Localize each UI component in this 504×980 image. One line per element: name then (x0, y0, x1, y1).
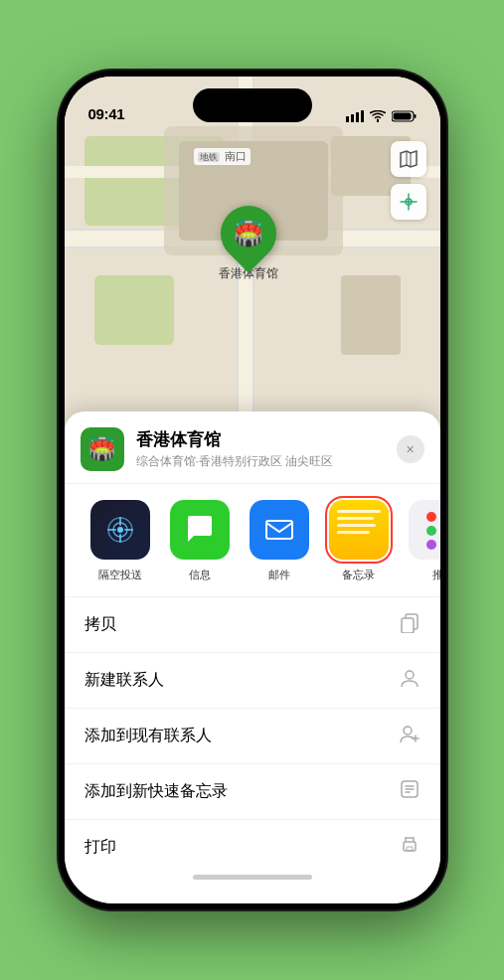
airdrop-label: 隔空投送 (98, 568, 142, 582)
share-item-notes[interactable]: 备忘录 (319, 498, 399, 582)
dynamic-island (193, 88, 312, 122)
battery-icon (392, 110, 417, 122)
messages-label: 信息 (189, 568, 211, 582)
home-indicator-area (65, 875, 440, 884)
location-button[interactable] (391, 184, 426, 220)
status-icons (346, 110, 417, 122)
new-contact-icon (399, 667, 420, 694)
menu-item-print[interactable]: 打印 (65, 820, 440, 875)
add-note-icon (399, 778, 420, 805)
copy-icon (399, 611, 420, 638)
wifi-icon (370, 110, 386, 122)
phone-screen: 09:41 (65, 77, 440, 903)
venue-info: 香港体育馆 综合体育馆·香港特别行政区 油尖旺区 (136, 428, 397, 470)
home-indicator (193, 875, 312, 880)
share-item-mail[interactable]: 邮件 (240, 498, 319, 582)
svg-rect-12 (266, 521, 292, 539)
svg-rect-3 (361, 110, 364, 122)
signal-icon (346, 110, 364, 122)
notes-label: 备忘录 (342, 568, 375, 582)
close-button[interactable]: × (397, 435, 424, 463)
svg-rect-0 (346, 116, 349, 122)
svg-point-11 (117, 527, 123, 533)
map-label-nankou: 地铁 南口 (194, 148, 251, 165)
messages-icon (170, 500, 230, 560)
airdrop-icon (90, 500, 150, 560)
venue-header: 🏟️ 香港体育馆 综合体育馆·香港特别行政区 油尖旺区 × (65, 411, 440, 484)
mail-label: 邮件 (268, 568, 290, 582)
print-icon (399, 834, 420, 861)
mail-icon (250, 500, 309, 560)
stadium-pin: 🏟️ 香港体育馆 (219, 206, 278, 282)
map-type-button[interactable] (391, 141, 426, 177)
svg-point-15 (406, 671, 414, 679)
add-contact-icon (399, 723, 420, 749)
phone-frame: 09:41 (59, 71, 446, 909)
svg-point-16 (404, 727, 412, 735)
share-row: 隔空投送 信息 (65, 484, 440, 597)
share-item-more[interactable]: 推 (399, 498, 440, 582)
menu-item-add-note[interactable]: 添加到新快速备忘录 (65, 764, 440, 820)
share-item-airdrop[interactable]: 隔空投送 (81, 498, 160, 582)
more-label: 推 (432, 568, 440, 582)
status-time: 09:41 (88, 105, 125, 122)
svg-rect-6 (393, 113, 411, 120)
svg-point-8 (407, 201, 410, 204)
more-icon (409, 500, 440, 560)
menu-item-copy[interactable]: 拷贝 (65, 597, 440, 653)
svg-rect-1 (351, 114, 354, 122)
venue-icon: 🏟️ (81, 427, 124, 471)
menu-item-add-existing[interactable]: 添加到现有联系人 (65, 709, 440, 764)
venue-subtitle: 综合体育馆·香港特别行政区 油尖旺区 (136, 453, 397, 470)
share-item-messages[interactable]: 信息 (160, 498, 240, 582)
venue-name: 香港体育馆 (136, 428, 397, 451)
svg-rect-5 (414, 114, 416, 118)
svg-rect-14 (402, 618, 414, 633)
menu-item-new-contact[interactable]: 新建联系人 (65, 653, 440, 709)
bottom-sheet: 🏟️ 香港体育馆 综合体育馆·香港特别行政区 油尖旺区 × (65, 411, 440, 903)
svg-rect-2 (356, 112, 359, 122)
notes-icon (329, 500, 389, 560)
